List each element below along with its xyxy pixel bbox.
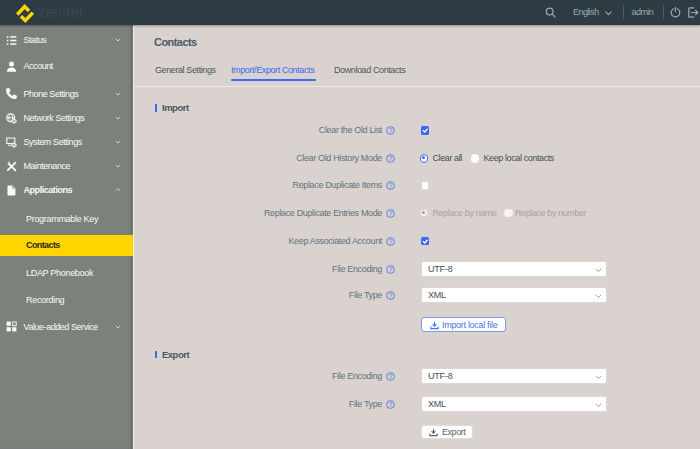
- svg-text:?: ?: [389, 154, 393, 163]
- svg-text:?: ?: [389, 372, 393, 381]
- svg-text:?: ?: [389, 181, 393, 190]
- svg-text:?: ?: [389, 291, 393, 300]
- svg-text:?: ?: [389, 265, 393, 274]
- svg-text:?: ?: [389, 126, 393, 135]
- svg-text:?: ?: [389, 209, 393, 218]
- svg-text:?: ?: [389, 400, 393, 409]
- svg-text:?: ?: [389, 237, 393, 246]
